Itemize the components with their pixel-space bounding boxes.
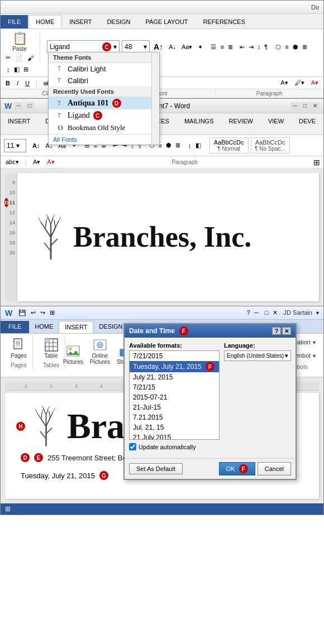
italic-btn[interactable]: I [15,79,20,88]
update-auto-checkbox[interactable] [129,443,136,450]
redo-btn-3[interactable]: ↪ [39,308,47,318]
tab-review-2[interactable]: REVIEW [222,114,260,134]
underline-btn[interactable]: U [23,79,31,88]
cancel-btn[interactable]: Cancel [258,462,291,475]
min-btn-2[interactable]: ─ [290,102,299,110]
font-size-box-2[interactable]: 11 ▾ [4,139,26,152]
min-btn-3[interactable]: ─ [254,309,259,316]
format-item-7[interactable]: Jul. 21, 15 [130,422,219,432]
show-marks-btn[interactable]: ¶ [263,42,269,52]
bold-2[interactable]: abc▾ [4,157,21,167]
tab-file-1[interactable]: FILE [1,15,28,28]
equation-arrow[interactable]: ▾ [313,339,316,345]
highlight-btn[interactable]: 🖊▾ [293,78,306,88]
save-btn-3[interactable]: 💾 [17,308,28,318]
format-item-5[interactable]: 21-Jul-15 [130,402,219,412]
case-btn[interactable]: Aa▾ [180,42,194,52]
online-pictures-btn[interactable]: Online Pictures [88,336,112,366]
tab-design-1[interactable]: DESIGN [99,15,137,28]
indent-btn[interactable]: ⇥ [247,42,255,52]
table-btn[interactable]: Table [41,336,61,360]
font-item-ligand[interactable]: T Ligand C [49,109,159,122]
close-btn-2[interactable]: ✕ [311,102,320,110]
formats-list[interactable]: 7/21/2015 Tuesday, July 21, 2015 F July … [129,350,220,440]
close-btn-3[interactable]: ✕ [273,309,278,316]
language-arrow[interactable]: ▾ [285,352,288,359]
format-item-1[interactable]: Tuesday, July 21, 2015 F [130,361,219,372]
borders-btn[interactable]: ⊞ [22,65,30,74]
dialog-help-btn[interactable]: ? [272,327,281,335]
line-spacing-btn[interactable]: ↕ [5,65,12,74]
font-size-dropdown-arrow[interactable]: ▾ [144,43,147,51]
format-item-0[interactable]: 7/21/2015 [130,351,219,361]
font-size-arrow-2[interactable]: ▾ [16,142,20,150]
tab-mailings-2[interactable]: MAILINGS [177,114,221,134]
cut-btn[interactable]: ✂ [4,53,12,63]
font-dropdown-arrow[interactable]: ▾ [113,43,117,51]
max-btn-3[interactable]: □ [265,309,269,316]
user-arrow-3[interactable]: ▾ [316,310,319,316]
tab-insert-3[interactable]: INSERT [59,321,93,333]
font-item-antiqua[interactable]: T Antiqua 101 D [49,97,159,109]
shading-btn[interactable]: ◧ [12,65,21,74]
numbering-btn[interactable]: ≡ [218,42,225,52]
format-item-3[interactable]: 7/21/15 [130,382,219,392]
tab-home-1[interactable]: HOME [28,15,61,28]
language-select[interactable]: English (United States) ▾ [224,350,291,361]
align-left-btn[interactable]: ⬡ [274,42,283,52]
layout-btn-3[interactable]: ⊞ [48,308,56,318]
grow-font-2[interactable]: A↑ [31,141,41,150]
text-color-btn[interactable]: A▾ [309,78,320,88]
font-item-calibri-light[interactable]: T Calibri Light [49,63,159,75]
format-item-6[interactable]: 7.21.2015 [130,412,219,422]
maximize-btn-2[interactable]: □ [25,102,34,110]
pictures-btn[interactable]: Pictures [61,342,85,366]
undo-btn-3[interactable]: ↩ [29,308,37,318]
clear-format-btn[interactable]: ✦ [196,42,204,52]
linespace-2[interactable]: ↕ [187,141,193,150]
shrink-font-btn[interactable]: A↓ [167,42,178,51]
bullets-btn[interactable]: ☰ [209,42,218,52]
grow-font-btn[interactable]: A↑ [152,41,165,52]
tab-insert-2[interactable]: INSERT [1,114,37,134]
help-icon-3[interactable]: ? [247,309,250,316]
sort-btn[interactable]: ↕ [256,42,263,52]
align-center-btn[interactable]: ≡ [283,42,290,52]
all-fonts-link[interactable]: All Fonts [49,134,159,145]
symbol-arrow[interactable]: ▾ [313,353,316,359]
tab-home-3[interactable]: HOME [29,321,59,333]
font-item-calibri[interactable]: T Calibri [49,75,159,86]
expand-2[interactable]: ⊞ [313,158,320,167]
align-justify-btn[interactable]: ≣ [301,42,309,52]
set-default-btn[interactable]: Set As Default [129,463,183,474]
aj-2[interactable]: ≣ [174,141,182,150]
minimize-btn-2[interactable]: ─ [14,102,23,110]
ar-2[interactable]: ⬢ [164,141,173,150]
highlight-2[interactable]: A▾ [31,157,42,167]
outdent-btn[interactable]: ⇤ [238,42,246,52]
tab-insert-1[interactable]: INSERT [62,15,99,28]
painter-btn[interactable]: 🖌 [26,53,35,63]
multilevel-btn[interactable]: ≣ [226,42,235,52]
tab-view-2[interactable]: VIEW [261,114,291,134]
tab-pagelayout-1[interactable]: PAGE LAYOUT [139,15,196,28]
max-btn-2[interactable]: □ [301,102,309,110]
font-item-bookman[interactable]: O Bookman Old Style [49,122,159,134]
format-item-2[interactable]: July 21, 2015 [130,372,219,382]
bold-btn[interactable]: B [4,79,12,88]
shading-2[interactable]: ◧ [194,141,203,150]
font-color-btn[interactable]: A▾ [279,78,289,88]
ok-btn[interactable]: OK F [219,462,255,475]
format-item-4[interactable]: 2015-07-21 [130,392,219,402]
style-normal[interactable]: AaBbCcDc ¶ Normal [209,137,249,153]
pages-btn[interactable]: Pages [8,336,28,360]
align-right-btn[interactable]: ⬢ [291,42,300,52]
paste-icon[interactable]: 📋 [12,31,27,46]
tab-deve-2[interactable]: DEVE [292,114,323,134]
copy-btn[interactable]: 📄 [13,53,25,63]
dropdown-scrollbar[interactable] [151,52,159,145]
style-nospace[interactable]: AaBbCcDc ¶ No Spac... [251,137,290,153]
format-item-8[interactable]: 21 July 2015 [130,432,219,440]
tab-file-3[interactable]: FILE [1,321,29,333]
dialog-close-icon-btn[interactable]: ✕ [282,327,291,335]
